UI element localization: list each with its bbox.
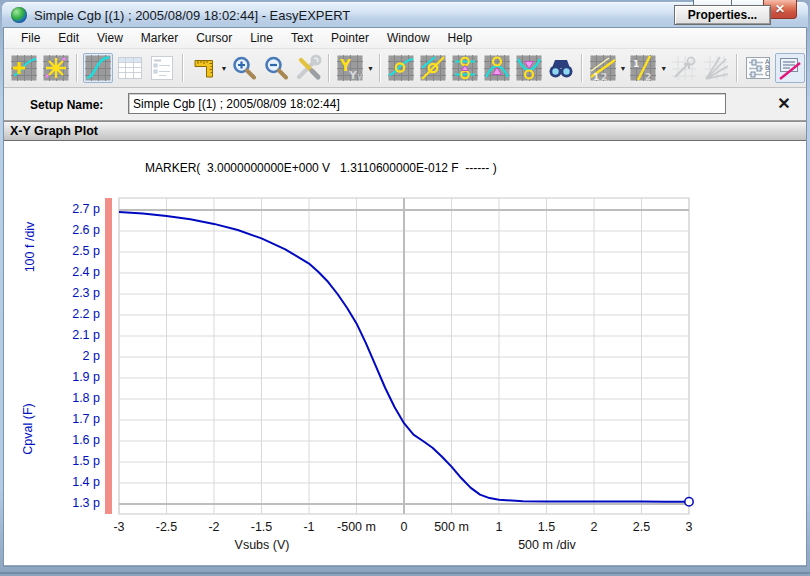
data-levels-icon: ABC bbox=[744, 54, 772, 82]
table-view-icon bbox=[116, 54, 144, 82]
auto-analysis-icon bbox=[670, 54, 698, 82]
setup-name-input[interactable] bbox=[128, 93, 726, 114]
line-gradient-dropdown[interactable]: ▼ bbox=[659, 53, 668, 83]
report-view-button[interactable] bbox=[147, 53, 177, 83]
marker-pair-button[interactable] bbox=[450, 53, 480, 83]
y-tick-label: 1.9 p bbox=[32, 370, 100, 384]
graph-tools-icon bbox=[294, 54, 322, 82]
line-gradient-button[interactable]: 12 bbox=[628, 53, 658, 83]
y-tick-label: 2.4 p bbox=[32, 265, 100, 279]
graph-view-icon bbox=[84, 54, 112, 82]
y-tick-label: 2.6 p bbox=[32, 223, 100, 237]
toolbar-separator bbox=[581, 54, 583, 82]
close-x-icon: ✕ bbox=[777, 95, 790, 112]
line-1-2-button[interactable]: 12 bbox=[588, 53, 618, 83]
search-value-button[interactable] bbox=[546, 53, 576, 83]
data-levels-button[interactable]: ABC bbox=[743, 53, 773, 83]
scale-auto-icon bbox=[190, 54, 218, 82]
y-tick-label: 2.5 p bbox=[32, 244, 100, 258]
y-tick-label: 1.3 p bbox=[32, 496, 100, 510]
toolbar-separator bbox=[379, 54, 381, 82]
y-tick-label: 1.5 p bbox=[32, 454, 100, 468]
menu-window[interactable]: Window bbox=[378, 29, 439, 47]
menu-pointer[interactable]: Pointer bbox=[322, 29, 378, 47]
svg-text:2: 2 bbox=[601, 72, 607, 82]
x-axis-label: Vsubs (V) bbox=[235, 538, 290, 552]
scale-auto-dropdown[interactable]: ▼ bbox=[220, 53, 229, 83]
setup-name-label: Setup Name: bbox=[30, 98, 103, 112]
menu-cursor[interactable]: Cursor bbox=[187, 29, 241, 47]
x-div-label: 500 m /div bbox=[518, 538, 576, 552]
svg-text:y: y bbox=[357, 71, 363, 81]
search-max-icon bbox=[483, 54, 511, 82]
table-view-button[interactable] bbox=[115, 53, 145, 83]
menu-marker[interactable]: Marker bbox=[132, 29, 187, 47]
marker-pair-icon bbox=[451, 54, 479, 82]
search-min-button[interactable] bbox=[514, 53, 544, 83]
y-tick-label: 2.2 p bbox=[32, 307, 100, 321]
line-1-2-icon: 12 bbox=[589, 54, 617, 82]
y-tick-label: 2.3 p bbox=[32, 286, 100, 300]
menu-text[interactable]: Text bbox=[282, 29, 322, 47]
menu-view[interactable]: View bbox=[88, 29, 132, 47]
xy-graph-canvas[interactable] bbox=[4, 141, 806, 565]
marker-readout: MARKER( 3.0000000000E+000 V 1.3110600000… bbox=[145, 161, 497, 175]
window-bottom-edge bbox=[0, 572, 810, 574]
y-tick-label: 1.6 p bbox=[32, 433, 100, 447]
trace-rays-button[interactable] bbox=[701, 53, 731, 83]
window-title: Simple Cgb [(1) ; 2005/08/09 18:02:44] -… bbox=[34, 8, 350, 23]
y-axis-highlight-bar[interactable] bbox=[105, 198, 112, 514]
svg-text:1: 1 bbox=[633, 59, 639, 69]
marker-enable-button[interactable] bbox=[386, 53, 416, 83]
marker-to-line-button[interactable] bbox=[418, 53, 448, 83]
svg-text:1: 1 bbox=[593, 72, 599, 82]
y-tick-label: 1.8 p bbox=[32, 391, 100, 405]
y-tick-label: 1.7 p bbox=[32, 412, 100, 426]
toolbar-separator bbox=[182, 54, 184, 82]
menu-bar: FileEditViewMarkerCursorLineTextPointerW… bbox=[4, 28, 806, 49]
new-measurement-icon bbox=[10, 54, 38, 82]
properties-button[interactable]: Properties... bbox=[674, 5, 771, 25]
menu-help[interactable]: Help bbox=[439, 29, 482, 47]
y-axis-select-icon: YYy bbox=[336, 54, 364, 82]
marker-circle[interactable] bbox=[685, 497, 693, 505]
toolbar-separator bbox=[736, 54, 738, 82]
line-1-2-dropdown[interactable]: ▼ bbox=[619, 53, 628, 83]
scale-auto-button[interactable] bbox=[189, 53, 219, 83]
xy-graph-plot: MARKER( 3.0000000000E+000 V 1.3110600000… bbox=[4, 141, 806, 565]
y-axis-select-button[interactable]: YYy bbox=[335, 53, 365, 83]
marker-to-line-icon bbox=[419, 54, 447, 82]
toolbar-separator bbox=[76, 54, 78, 82]
zoom-out-icon bbox=[262, 54, 290, 82]
y-axis-select-dropdown[interactable]: ▼ bbox=[366, 53, 375, 83]
menu-line[interactable]: Line bbox=[241, 29, 282, 47]
graph-panel-header: X-Y Graph Plot bbox=[4, 121, 806, 141]
new-measurement-button[interactable] bbox=[9, 53, 39, 83]
y-tick-label: 2.1 p bbox=[32, 328, 100, 342]
graph-tools-button[interactable] bbox=[293, 53, 323, 83]
graph-view-button[interactable] bbox=[83, 53, 113, 83]
zoom-in-icon bbox=[230, 54, 258, 82]
svg-text:2: 2 bbox=[645, 72, 651, 82]
setup-name-row: Setup Name: ✕ bbox=[4, 88, 806, 121]
auto-analysis-button[interactable] bbox=[669, 53, 699, 83]
y-tick-label: 2 p bbox=[32, 349, 100, 363]
svg-text:C: C bbox=[765, 70, 770, 78]
x-tick-label: 3 bbox=[647, 520, 731, 534]
toolbar-separator bbox=[328, 54, 330, 82]
repeat-measurement-icon bbox=[42, 54, 70, 82]
zoom-in-button[interactable] bbox=[229, 53, 259, 83]
trace-rays-icon bbox=[702, 54, 730, 82]
close-setup-button[interactable]: ✕ bbox=[772, 92, 796, 116]
y-tick-label: 1.4 p bbox=[32, 475, 100, 489]
app-icon bbox=[11, 7, 27, 23]
search-max-button[interactable] bbox=[482, 53, 512, 83]
annotate-button[interactable] bbox=[775, 53, 805, 83]
zoom-out-button[interactable] bbox=[261, 53, 291, 83]
y-tick-label: 2.7 p bbox=[32, 202, 100, 216]
repeat-measurement-button[interactable] bbox=[41, 53, 71, 83]
menu-edit[interactable]: Edit bbox=[49, 29, 88, 47]
menu-file[interactable]: File bbox=[12, 29, 49, 47]
search-min-icon bbox=[515, 54, 543, 82]
annotate-icon bbox=[776, 54, 804, 82]
